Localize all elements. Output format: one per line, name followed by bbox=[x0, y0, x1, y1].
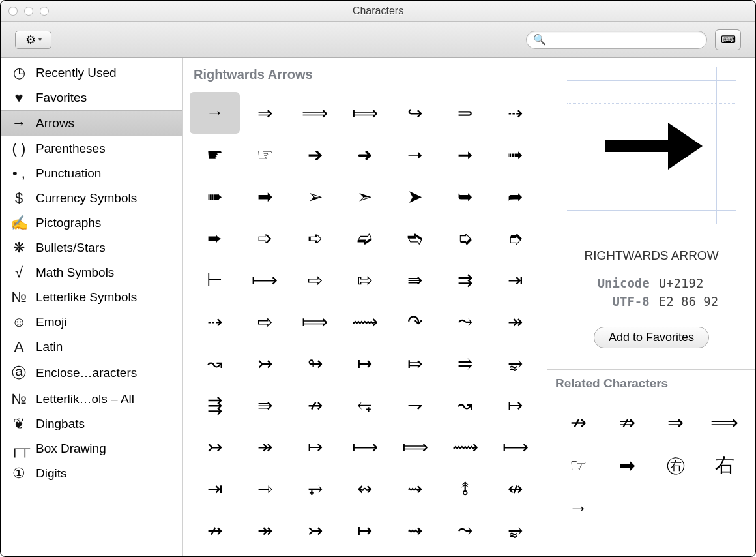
character-cell[interactable]: ↪ bbox=[390, 92, 440, 134]
character-cell[interactable]: ➞ bbox=[440, 134, 490, 175]
sidebar-item[interactable]: ┌┬Box Drawing bbox=[1, 436, 182, 461]
character-cell[interactable]: ⇛ bbox=[390, 259, 440, 301]
character-cell[interactable]: ☛ bbox=[190, 134, 240, 175]
character-cell[interactable]: ⟼ bbox=[240, 259, 290, 301]
character-cell[interactable]: ↛ bbox=[290, 384, 340, 426]
character-cell[interactable]: ⟿ bbox=[340, 301, 390, 342]
character-cell[interactable]: ⟹ bbox=[290, 92, 340, 134]
related-cell[interactable]: ↛ bbox=[554, 400, 603, 444]
sidebar-item[interactable]: ⓐEnclose…aracters bbox=[1, 359, 182, 387]
character-cell[interactable]: ➭ bbox=[440, 217, 490, 259]
character-cell[interactable]: ➪ bbox=[290, 217, 340, 259]
character-cell[interactable]: ⟼ bbox=[340, 426, 390, 468]
character-cell[interactable]: ➠ bbox=[190, 175, 240, 217]
character-cell[interactable]: ↠ bbox=[490, 301, 540, 342]
character-cell[interactable]: ➥ bbox=[440, 175, 490, 217]
sidebar-item[interactable]: $Currency Symbols bbox=[1, 186, 182, 211]
sidebar-item[interactable]: √Math Symbols bbox=[1, 260, 182, 285]
character-cell[interactable]: ⇢ bbox=[490, 92, 540, 134]
search-field[interactable]: 🔍 bbox=[526, 31, 707, 49]
character-cell[interactable]: ⇶ bbox=[190, 384, 240, 426]
related-cell[interactable]: → bbox=[554, 487, 603, 530]
sidebar-item[interactable]: ❦Dingbats bbox=[1, 412, 182, 436]
character-grid[interactable]: →⇒⟹⟾↪⥰⇢☛☞➔➜➝➞➟➠➡➢➣➤➥➦➨➩➪➫➬➭➮⊢⟼⇨⇰⇛⇉⇥⇢⇨⟾⟿↷… bbox=[183, 89, 547, 556]
sidebar-item[interactable]: • ,Punctuation bbox=[1, 161, 182, 186]
sidebar-item[interactable]: ❋Bullets/Stars bbox=[1, 235, 182, 260]
character-cell[interactable]: ↦ bbox=[340, 342, 390, 384]
search-input[interactable] bbox=[550, 35, 700, 45]
related-cell[interactable]: ⇒ bbox=[652, 400, 701, 444]
character-cell[interactable]: ⟾ bbox=[290, 301, 340, 342]
character-cell[interactable]: ➡ bbox=[240, 175, 290, 217]
character-cell[interactable]: ⥵ bbox=[490, 342, 540, 384]
sidebar-item[interactable]: №Letterlike Symbols bbox=[1, 285, 182, 310]
character-cell[interactable]: ➤ bbox=[390, 175, 440, 217]
sidebar-item[interactable]: →Arrows bbox=[1, 110, 182, 136]
related-grid[interactable]: ↛⇏⇒⟹☞➡㊨右→ bbox=[547, 395, 755, 543]
character-cell[interactable]: ⊢ bbox=[190, 259, 240, 301]
character-cell[interactable]: ⇨ bbox=[290, 259, 340, 301]
character-cell[interactable]: ⇨ bbox=[240, 301, 290, 342]
add-to-favorites-button[interactable]: Add to Favorites bbox=[594, 327, 709, 348]
character-cell[interactable]: ↷ bbox=[390, 301, 440, 342]
character-cell[interactable]: ☞ bbox=[240, 134, 290, 175]
character-cell[interactable]: ⟾ bbox=[390, 426, 440, 468]
character-cell[interactable]: ↦ bbox=[340, 509, 390, 551]
sidebar-item[interactable]: ♥Favorites bbox=[1, 85, 182, 110]
character-cell[interactable]: ⇒ bbox=[240, 92, 290, 134]
character-cell[interactable]: ⥆ bbox=[340, 384, 390, 426]
character-cell[interactable]: ↦ bbox=[490, 384, 540, 426]
character-cell[interactable]: ⟼ bbox=[490, 426, 540, 468]
character-cell[interactable]: ➫ bbox=[340, 217, 390, 259]
character-cell[interactable]: ➔ bbox=[290, 134, 340, 175]
character-cell[interactable]: ↠ bbox=[240, 426, 290, 468]
character-cell[interactable]: ⤳ bbox=[440, 301, 490, 342]
character-cell[interactable]: ⇉ bbox=[440, 259, 490, 301]
toggle-view-button[interactable]: ⌨︎ bbox=[715, 29, 741, 50]
character-cell[interactable]: ➦ bbox=[490, 175, 540, 217]
character-cell[interactable]: ↝ bbox=[440, 384, 490, 426]
character-cell[interactable]: ↝ bbox=[190, 342, 240, 384]
character-cell[interactable]: ➬ bbox=[390, 217, 440, 259]
character-cell[interactable]: ⤳ bbox=[440, 509, 490, 551]
character-cell[interactable]: ⟿ bbox=[440, 426, 490, 468]
sidebar[interactable]: ◷Recently Used♥Favorites→Arrows( )Parent… bbox=[1, 58, 183, 556]
character-cell[interactable]: ➜ bbox=[340, 134, 390, 175]
character-cell[interactable]: ⥉ bbox=[440, 468, 490, 509]
character-cell[interactable]: ⤇ bbox=[390, 342, 440, 384]
character-cell[interactable]: ➣ bbox=[340, 175, 390, 217]
character-cell[interactable]: ⇢ bbox=[190, 301, 240, 342]
sidebar-item[interactable]: ◷Recently Used bbox=[1, 61, 182, 85]
character-cell[interactable]: ⥤ bbox=[440, 342, 490, 384]
character-cell[interactable]: ⇥ bbox=[190, 468, 240, 509]
character-cell[interactable]: ➟ bbox=[490, 134, 540, 175]
character-cell[interactable]: ↠ bbox=[240, 509, 290, 551]
character-cell[interactable]: ⇥ bbox=[490, 259, 540, 301]
character-cell[interactable]: ⥰ bbox=[440, 92, 490, 134]
character-cell[interactable]: ⇁ bbox=[390, 384, 440, 426]
character-cell[interactable]: ⇾ bbox=[240, 468, 290, 509]
character-cell[interactable]: ⇝ bbox=[390, 468, 440, 509]
character-cell[interactable]: ↮ bbox=[490, 468, 540, 509]
character-cell[interactable]: ⥅ bbox=[290, 468, 340, 509]
related-cell[interactable]: ⇏ bbox=[603, 400, 652, 444]
sidebar-item[interactable]: ( )Parentheses bbox=[1, 136, 182, 161]
character-cell[interactable]: ➩ bbox=[240, 217, 290, 259]
character-cell[interactable]: ➝ bbox=[390, 134, 440, 175]
related-cell[interactable]: ☞ bbox=[554, 444, 603, 487]
action-menu-button[interactable]: ⚙ ▾ bbox=[15, 31, 51, 49]
sidebar-item[interactable]: ✍Pictographs bbox=[1, 211, 182, 235]
character-cell[interactable]: ⟾ bbox=[340, 92, 390, 134]
related-cell[interactable]: ㊨ bbox=[652, 444, 701, 487]
character-cell[interactable]: ↭ bbox=[340, 468, 390, 509]
sidebar-item[interactable]: ☺Emoji bbox=[1, 310, 182, 335]
character-cell[interactable]: ↣ bbox=[290, 509, 340, 551]
character-cell[interactable]: ➨ bbox=[190, 217, 240, 259]
character-cell[interactable]: ↣ bbox=[240, 342, 290, 384]
character-cell[interactable]: ➢ bbox=[290, 175, 340, 217]
character-cell[interactable]: → bbox=[190, 92, 240, 134]
character-cell[interactable]: ⥵ bbox=[490, 509, 540, 551]
related-cell[interactable]: ⟹ bbox=[700, 400, 749, 444]
sidebar-item[interactable]: №Letterlik…ols – All bbox=[1, 387, 182, 412]
related-cell[interactable]: 右 bbox=[700, 444, 749, 487]
